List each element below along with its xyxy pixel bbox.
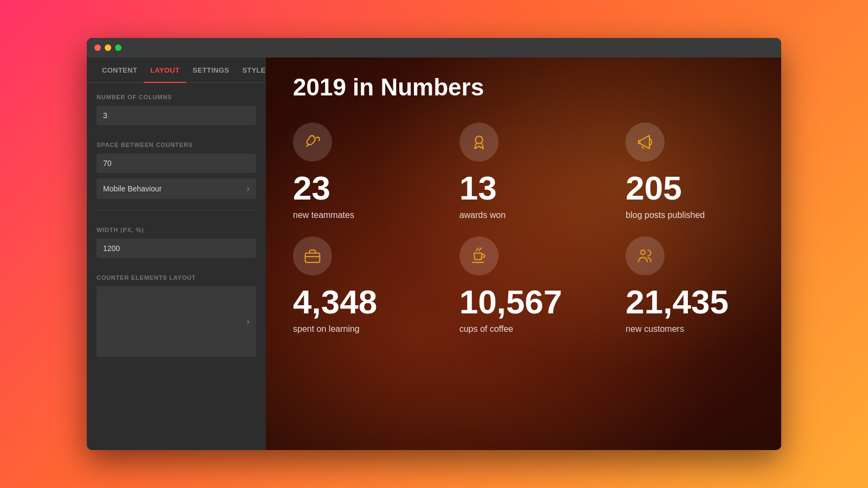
counter-item-teammates: 23 new teammates	[293, 123, 422, 220]
counter-label-blog: blog posts published	[626, 210, 705, 220]
counter-elements-layout-box[interactable]: ›	[97, 286, 256, 357]
counter-elements-chevron-icon: ›	[247, 317, 250, 326]
counter-icon-muscle	[293, 123, 332, 162]
users-icon	[636, 247, 654, 265]
mobile-behaviour-chevron-icon: ›	[247, 184, 250, 194]
counter-label-customers: new customers	[626, 324, 684, 334]
counter-item-awards: 13 awards won	[459, 123, 588, 220]
close-button[interactable]	[94, 44, 101, 51]
tab-content[interactable]: CONTENT	[95, 57, 144, 83]
briefcase-icon	[304, 247, 321, 265]
columns-label: NUMBER OF COLUMNS	[97, 94, 256, 100]
counter-icon-briefcase	[293, 236, 332, 275]
counter-label-teammates: new teammates	[293, 210, 354, 220]
muscle-icon	[304, 133, 321, 151]
svg-point-2	[641, 250, 645, 254]
svg-point-0	[475, 136, 482, 143]
counter-number-customers: 21,435	[626, 285, 729, 319]
columns-input[interactable]	[97, 106, 256, 125]
width-label: WIDTH (PX, %)	[97, 227, 256, 233]
award-icon	[470, 133, 488, 151]
preview-title: 2019 in Numbers	[293, 74, 754, 101]
counter-label-awards: awards won	[459, 210, 506, 220]
width-section: WIDTH (PX, %)	[87, 216, 266, 264]
title-bar	[87, 38, 781, 57]
traffic-lights	[94, 44, 122, 51]
preview-panel: 2019 in Numbers 23 new teammates	[266, 57, 781, 450]
counter-number-awards: 13	[459, 171, 497, 205]
divider-1	[97, 210, 256, 210]
tab-style[interactable]: STYLE	[235, 57, 266, 83]
counter-number-coffee: 10,567	[459, 285, 563, 319]
preview-content: 2019 in Numbers 23 new teammates	[266, 57, 781, 350]
counter-item-blog: 205 blog posts published	[626, 123, 754, 220]
width-input[interactable]	[97, 239, 256, 258]
counter-number-blog: 205	[626, 171, 681, 205]
browser-window: CONTENT LAYOUT SETTINGS STYLE NUMBER OF …	[87, 38, 781, 450]
counter-elements-label: COUNTER ELEMENTS LAYOUT	[97, 274, 256, 281]
columns-section: NUMBER OF COLUMNS	[87, 83, 266, 131]
tab-layout[interactable]: LAYOUT	[144, 57, 186, 83]
counter-number-teammates: 23	[293, 171, 330, 205]
counters-grid: 23 new teammates 13 awards won	[293, 123, 754, 334]
megaphone-icon	[636, 133, 654, 151]
mobile-behaviour-row[interactable]: Mobile Behaviour ›	[97, 178, 256, 199]
counter-item-learning: 4,348 spent on learning	[293, 236, 422, 334]
counter-icon-megaphone	[626, 123, 665, 162]
maximize-button[interactable]	[115, 44, 122, 51]
counter-item-customers: 21,435 new customers	[626, 236, 754, 334]
main-content: CONTENT LAYOUT SETTINGS STYLE NUMBER OF …	[87, 57, 781, 450]
space-between-section: SPACE BETWEEN COUNTERS Mobile Behaviour …	[87, 131, 266, 204]
svg-rect-1	[305, 253, 320, 262]
minimize-button[interactable]	[105, 44, 111, 51]
counter-label-learning: spent on learning	[293, 324, 360, 334]
space-between-label: SPACE BETWEEN COUNTERS	[97, 142, 256, 148]
counter-number-learning: 4,348	[293, 285, 377, 319]
counter-elements-section: COUNTER ELEMENTS LAYOUT ›	[87, 264, 266, 362]
sidebar-tabs: CONTENT LAYOUT SETTINGS STYLE	[87, 57, 266, 83]
mobile-behaviour-label: Mobile Behaviour	[103, 184, 162, 193]
space-between-input[interactable]	[97, 153, 256, 173]
counter-icon-coffee	[459, 236, 499, 275]
coffee-icon	[470, 247, 488, 265]
counter-icon-users	[626, 236, 665, 275]
sidebar: CONTENT LAYOUT SETTINGS STYLE NUMBER OF …	[87, 57, 266, 450]
counter-item-coffee: 10,567 cups of coffee	[459, 236, 588, 334]
counter-icon-award	[459, 123, 499, 162]
tab-settings[interactable]: SETTINGS	[186, 57, 235, 83]
counter-label-coffee: cups of coffee	[459, 324, 513, 334]
